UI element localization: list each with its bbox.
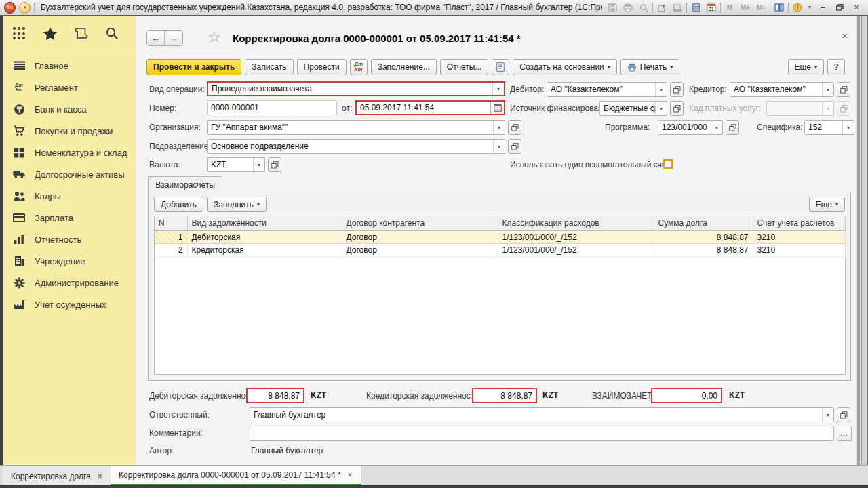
split-window-icon[interactable] — [772, 2, 786, 14]
responsible-combo[interactable]: Главный бухгалтер ▾ — [250, 407, 834, 422]
responsible-open-button[interactable] — [837, 407, 850, 422]
sidebar-item-reports[interactable]: Отчетность — [3, 228, 136, 250]
department-open-button[interactable] — [508, 139, 521, 154]
chevron-down-icon[interactable]: ▾ — [822, 83, 833, 96]
memory-m-button[interactable]: M — [723, 2, 736, 14]
favorites-star-icon[interactable] — [43, 26, 58, 41]
col-amount[interactable]: Сумма долга — [654, 216, 753, 230]
col-account[interactable]: Счет учета расчетов — [753, 216, 845, 230]
info-dropdown-icon[interactable]: ▾ — [806, 2, 813, 14]
single-account-checkbox[interactable] — [663, 159, 673, 169]
chevron-down-icon[interactable]: ▾ — [655, 102, 667, 115]
restore-button[interactable] — [832, 2, 847, 14]
window-tab-document[interactable]: Корректировка долга 0000-000001 от 05.09… — [111, 466, 361, 486]
chevron-down-icon[interactable]: ▾ — [822, 408, 833, 422]
debtor-combo[interactable]: АО "Казактелеком" ▾ — [547, 82, 667, 97]
close-window-button[interactable]: × — [849, 2, 864, 14]
program-combo[interactable]: 123/001/000 ▾ — [658, 120, 723, 135]
currency-open-button[interactable] — [268, 157, 281, 172]
comment-ellipsis-button[interactable]: ... — [837, 426, 852, 441]
sidebar-item-convicts[interactable]: Учет осужденных — [3, 293, 136, 315]
add-row-button[interactable]: Добавить — [154, 197, 203, 212]
funding-source-combo[interactable]: Бюджетные средс ▾ — [599, 101, 667, 116]
vertical-scrollbar[interactable] — [856, 16, 861, 465]
sidebar-item-administration[interactable]: Администрирование — [3, 272, 136, 293]
program-open-button[interactable] — [726, 120, 739, 135]
close-tab-icon[interactable]: × — [348, 470, 353, 480]
close-document-icon[interactable]: × — [842, 31, 848, 41]
col-contract[interactable]: Договор контрагента — [342, 216, 498, 230]
reports-button[interactable]: Отчеты... — [440, 59, 488, 75]
save-button[interactable]: Записать — [245, 59, 293, 75]
sidebar-item-longterm-assets[interactable]: Долгосрочные активы — [3, 163, 136, 185]
date-field[interactable]: 05.09.2017 11:41:54 — [355, 100, 505, 115]
sidebar-item-main[interactable]: Главное — [3, 55, 136, 77]
operation-combo[interactable]: Проведение взаимозачета ▾ — [207, 81, 505, 96]
history-icon[interactable] — [75, 26, 88, 41]
organization-open-button[interactable] — [508, 120, 521, 135]
sidebar-item-nomenclature[interactable]: Номенклатура и склад — [3, 142, 136, 163]
back-icon[interactable]: ← — [147, 30, 165, 45]
post-button[interactable]: Провести — [297, 59, 347, 75]
info-icon[interactable]: i — [791, 2, 804, 14]
tab-mutual-settlements[interactable]: Взаиморасчеты — [148, 176, 222, 192]
funding-open-button[interactable] — [670, 101, 684, 116]
creditor-open-button[interactable] — [837, 82, 850, 97]
chevron-down-icon[interactable]: ▾ — [493, 121, 505, 134]
print-button[interactable]: Печать▾ — [620, 59, 679, 75]
chevron-down-icon[interactable]: ▾ — [655, 83, 667, 96]
number-field[interactable]: 0000-000001 — [207, 100, 337, 115]
close-tab-icon[interactable]: × — [98, 472, 102, 481]
sidebar-item-hr[interactable]: Кадры — [3, 185, 136, 207]
save-icon[interactable] — [606, 2, 619, 14]
chevron-down-icon[interactable]: ▾ — [711, 121, 722, 134]
currency-combo[interactable]: KZT ▾ — [207, 157, 265, 172]
dtkt-postings-button[interactable]: ДтКт — [350, 59, 368, 75]
create-based-on-button[interactable]: Создать на основании▾ — [513, 59, 617, 75]
more-button[interactable]: Еще▾ — [788, 59, 824, 75]
table-more-button[interactable]: Еще▾ — [809, 197, 845, 212]
favorite-star-icon[interactable]: ☆ — [208, 28, 221, 46]
post-and-close-button[interactable]: Провести и закрыть — [146, 59, 241, 75]
debtor-open-button[interactable] — [670, 82, 684, 97]
memory-m-minus-button[interactable]: M- — [754, 2, 768, 14]
creditor-combo[interactable]: АО "Казактелеком" ▾ — [730, 82, 834, 97]
comment-input[interactable] — [250, 426, 834, 441]
col-kind[interactable]: Вид задолженности — [187, 216, 342, 230]
preview-icon[interactable] — [637, 2, 650, 14]
organization-combo[interactable]: ГУ "Аппарат акима"" ▾ — [207, 120, 505, 135]
print-icon[interactable] — [621, 2, 635, 14]
col-n[interactable]: N — [155, 216, 187, 230]
chevron-down-icon[interactable]: ▾ — [492, 83, 504, 95]
main-menu-dropdown[interactable]: ▾ — [19, 2, 31, 14]
chevron-down-icon[interactable]: ▾ — [493, 140, 505, 153]
table-row[interactable]: 2 Кредиторская Договор 1/123/001/000/_/1… — [155, 243, 845, 256]
col-classification[interactable]: Классификация расходов — [498, 216, 654, 230]
fill-button[interactable]: Заполнение... — [371, 59, 437, 75]
specifics-combo[interactable]: 152 ▾ — [804, 120, 854, 135]
chevron-down-icon[interactable]: ▾ — [842, 121, 854, 134]
apps-grid-icon[interactable] — [12, 26, 26, 41]
help-button[interactable]: ? — [827, 59, 845, 75]
window-tab-list[interactable]: Корректировка долга × — [3, 466, 111, 486]
sidebar-item-purchases-sales[interactable]: Покупки и продажи — [3, 120, 136, 142]
save-file-icon[interactable] — [671, 2, 684, 14]
calculator-icon[interactable] — [689, 2, 703, 14]
sidebar-item-salary[interactable]: Зарплата — [3, 207, 136, 228]
calendar-icon[interactable]: 31 — [705, 2, 718, 14]
table-row[interactable]: 1 Дебиторская Договор 1/123/001/000/_/15… — [155, 230, 845, 243]
department-combo[interactable]: Основное подразделение ▾ — [207, 139, 505, 154]
sidebar-item-bank-cash[interactable]: Банк и касса — [3, 98, 136, 120]
scrollbar-thumb[interactable] — [857, 16, 860, 465]
document-register-button[interactable] — [492, 59, 509, 75]
minimize-button[interactable]: – — [815, 2, 830, 14]
fill-table-button[interactable]: Заполнить▾ — [207, 197, 267, 212]
memory-m-plus-button[interactable]: M+ — [738, 2, 752, 14]
forward-icon[interactable]: → — [165, 30, 182, 45]
sidebar-item-reglament[interactable]: ДтКт Регламент — [3, 77, 136, 98]
search-icon[interactable] — [105, 26, 119, 41]
sidebar-item-institution[interactable]: Учреждение — [3, 250, 136, 272]
chevron-down-icon[interactable]: ▾ — [253, 158, 264, 171]
load-file-icon[interactable] — [655, 2, 669, 14]
calendar-picker-icon[interactable] — [490, 102, 504, 114]
